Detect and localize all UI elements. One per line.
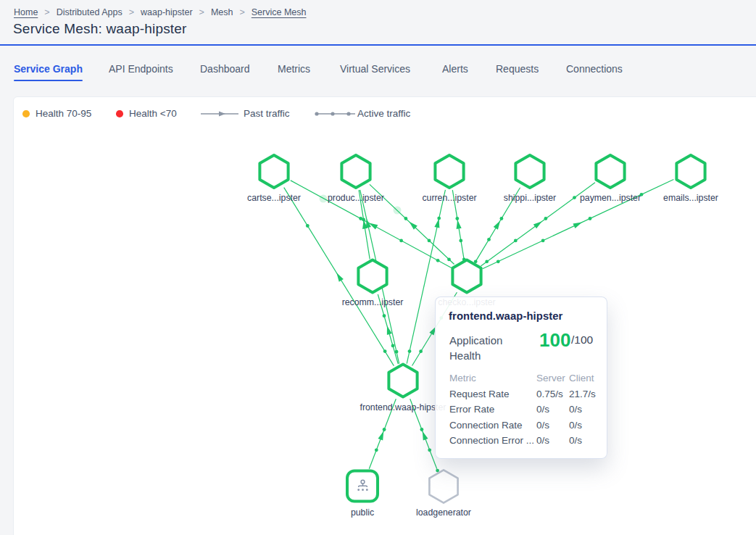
svg-text:loadgenerator: loadgenerator	[416, 507, 471, 518]
svg-text:frontend.waap-hipster: frontend.waap-hipster	[360, 402, 446, 412]
svg-text:cartse...ipster: cartse...ipster	[247, 193, 301, 203]
svg-text:shippi...ipster: shippi...ipster	[504, 193, 556, 203]
svg-text:produc...ipster: produc...ipster	[328, 193, 384, 203]
svg-text:paymen...ipster: paymen...ipster	[580, 193, 641, 203]
svg-text:emails...ipster: emails...ipster	[663, 193, 718, 203]
svg-text:curren...ipster: curren...ipster	[422, 193, 476, 203]
svg-text:public: public	[351, 507, 374, 518]
svg-text:recomm...ipster: recomm...ipster	[342, 297, 404, 307]
